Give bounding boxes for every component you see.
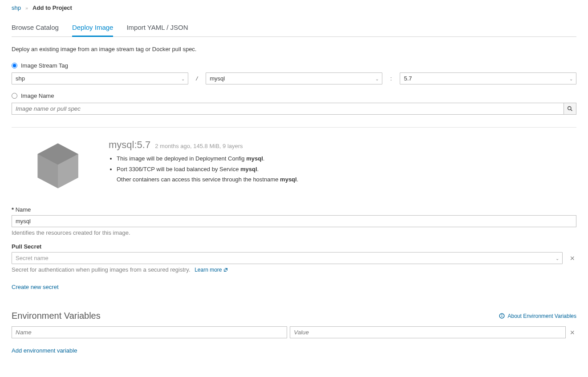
learn-more-link[interactable]: Learn more bbox=[195, 267, 228, 273]
info-icon bbox=[499, 313, 505, 319]
external-link-icon bbox=[223, 268, 228, 272]
tab-deploy-image[interactable]: Deploy Image bbox=[72, 20, 114, 37]
radio-image-name-row: Image Name bbox=[12, 92, 576, 99]
close-icon: × bbox=[570, 328, 575, 337]
breadcrumb: shp » Add to Project bbox=[12, 0, 576, 20]
pull-secret-label: Pull Secret bbox=[12, 243, 576, 250]
pull-secret-row: Secret name ⌄ × bbox=[12, 252, 576, 264]
image-name-input-row bbox=[12, 103, 576, 115]
image-title-row: mysql:5.7 2 months ago, 145.8 MiB, 9 lay… bbox=[109, 139, 298, 151]
radio-image-stream-tag-label: Image Stream Tag bbox=[21, 62, 68, 69]
namespace-select-wrap: shp ⌄ bbox=[12, 72, 188, 84]
svg-point-6 bbox=[502, 315, 503, 315]
image-name-search-button[interactable] bbox=[564, 103, 576, 115]
divider bbox=[12, 127, 576, 128]
radio-image-name[interactable] bbox=[12, 93, 17, 99]
cube-icon bbox=[31, 139, 85, 194]
namespace-select[interactable]: shp bbox=[12, 72, 188, 84]
env-vars-heading: Environment Variables bbox=[12, 311, 101, 321]
imagestream-select[interactable]: mysql bbox=[206, 72, 382, 84]
radio-image-name-label: Image Name bbox=[21, 92, 54, 99]
chevron-right-icon: » bbox=[25, 5, 28, 11]
env-var-value-input[interactable] bbox=[290, 326, 565, 338]
deploy-description: Deploy an existing image from an image s… bbox=[12, 46, 576, 52]
image-bullet-service: Port 3306/TCP will be load balanced by S… bbox=[117, 165, 298, 174]
nav-tabs: Browse Catalog Deploy Image Import YAML … bbox=[12, 20, 576, 37]
image-name-input[interactable] bbox=[12, 103, 564, 115]
image-detail: mysql:5.7 2 months ago, 145.8 MiB, 9 lay… bbox=[12, 139, 576, 194]
image-bullet-hostname: Other containers can access this service… bbox=[117, 175, 298, 184]
pull-secret-clear-button[interactable]: × bbox=[568, 254, 576, 262]
breadcrumb-current: Add to Project bbox=[32, 4, 72, 11]
add-env-var-link[interactable]: Add environment variable bbox=[12, 347, 77, 354]
pull-secret-select-wrap: Secret name ⌄ bbox=[12, 252, 563, 264]
name-label: * Name bbox=[12, 206, 576, 213]
separator-colon: : bbox=[382, 75, 400, 82]
image-bullet-deployment: This image will be deployed in Deploymen… bbox=[117, 154, 298, 163]
env-var-remove-button[interactable]: × bbox=[568, 329, 577, 337]
pull-secret-select[interactable]: Secret name bbox=[12, 252, 563, 264]
name-input[interactable] bbox=[12, 215, 576, 227]
svg-point-0 bbox=[568, 107, 571, 110]
name-field: * Name Identifies the resources created … bbox=[12, 206, 576, 236]
radio-image-stream-tag[interactable] bbox=[12, 63, 17, 68]
env-var-row: × bbox=[12, 326, 576, 338]
env-var-name-input[interactable] bbox=[12, 326, 287, 338]
image-stream-selects: shp ⌄ / mysql ⌄ : 5.7 ⌄ bbox=[12, 72, 576, 84]
image-subtitle: 2 months ago, 145.8 MiB, 9 layers bbox=[155, 143, 243, 149]
create-new-secret-link[interactable]: Create new secret bbox=[12, 284, 59, 290]
separator-slash: / bbox=[188, 75, 206, 82]
tab-import-yaml[interactable]: Import YAML / JSON bbox=[126, 20, 188, 37]
pull-secret-help: Secret for authentication when pulling i… bbox=[12, 266, 576, 273]
env-vars-heading-row: Environment Variables About Environment … bbox=[12, 311, 576, 321]
close-icon: × bbox=[570, 254, 575, 263]
imagestream-select-wrap: mysql ⌄ bbox=[206, 72, 382, 84]
breadcrumb-project-link[interactable]: shp bbox=[12, 4, 21, 11]
image-title: mysql:5.7 bbox=[109, 139, 150, 150]
pull-secret-field: Pull Secret Secret name ⌄ × Secret for a… bbox=[12, 243, 576, 300]
radio-image-stream-tag-row: Image Stream Tag bbox=[12, 62, 576, 69]
tag-select[interactable]: 5.7 bbox=[400, 72, 576, 84]
name-help: Identifies the resources created for thi… bbox=[12, 229, 576, 236]
image-meta: mysql:5.7 2 months ago, 145.8 MiB, 9 lay… bbox=[109, 139, 298, 194]
about-env-vars-link[interactable]: About Environment Variables bbox=[499, 313, 576, 319]
tag-select-wrap: 5.7 ⌄ bbox=[400, 72, 576, 84]
search-icon bbox=[567, 106, 573, 112]
tab-browse-catalog[interactable]: Browse Catalog bbox=[12, 20, 59, 37]
svg-line-1 bbox=[571, 109, 572, 111]
